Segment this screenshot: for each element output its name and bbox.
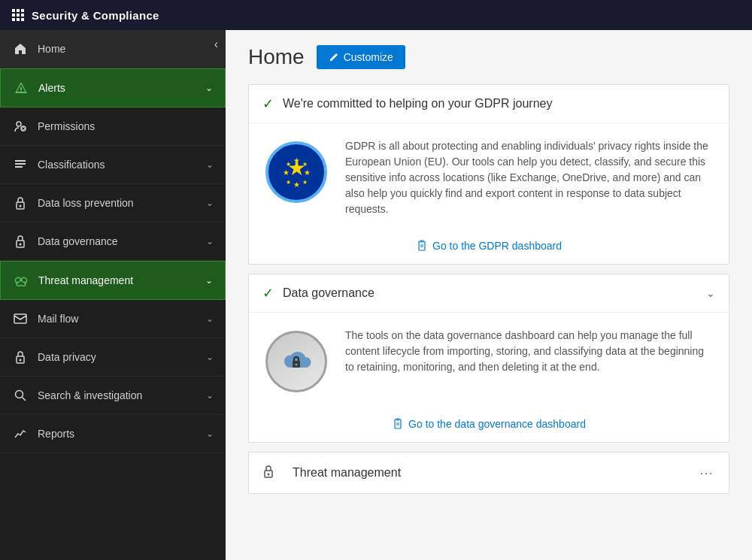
chevron-down-icon: ⌄	[205, 275, 213, 286]
data-governance-dashboard-link[interactable]: Go to the data governance dashboard	[392, 418, 586, 430]
customize-button[interactable]: Customize	[317, 45, 405, 69]
classifications-icon	[12, 156, 29, 173]
svg-text:★: ★	[283, 168, 290, 177]
chevron-down-icon: ⌄	[206, 159, 214, 170]
app-grid-icon	[12, 9, 24, 21]
chevron-down-icon: ⌄	[706, 287, 715, 299]
chevron-down-icon: ⌄	[206, 352, 214, 362]
svg-text:★: ★	[302, 179, 308, 186]
gdpr-card-header: ✓ We're committed to helping on your GDP…	[249, 85, 729, 123]
svg-point-15	[20, 279, 23, 282]
lock-icon	[12, 195, 29, 211]
eu-flag-icon-container: ★ ★ ★ ★ ★ ★ ★ ★ ★	[262, 138, 330, 206]
svg-rect-8	[15, 160, 26, 162]
search-icon	[12, 387, 29, 404]
gdpr-card-body: ★ ★ ★ ★ ★ ★ ★ ★ ★ GDPR is all about prot…	[249, 123, 729, 232]
svg-text:★: ★	[293, 180, 300, 189]
svg-rect-16	[14, 314, 26, 323]
svg-text:★: ★	[286, 179, 291, 186]
check-icon: ✓	[262, 285, 274, 301]
app-title: Security & Compliance	[32, 9, 159, 22]
sidebar-item-data-governance[interactable]: Data governance ⌄	[0, 222, 226, 261]
top-bar: Security & Compliance	[0, 0, 752, 30]
gdpr-card-footer: Go to the GDPR dashboard	[249, 232, 729, 264]
sidebar-item-home[interactable]: Home	[0, 30, 226, 68]
cloud-lock-icon	[265, 331, 327, 392]
sidebar-item-reports[interactable]: Reports ⌄	[0, 415, 226, 453]
threat-management-card-header: Threat management ⋯	[249, 453, 729, 493]
svg-rect-36	[395, 419, 401, 428]
svg-point-19	[16, 391, 23, 398]
sidebar-item-label: Reports	[38, 428, 206, 440]
permissions-icon	[12, 118, 29, 135]
eu-stars-svg: ★ ★ ★ ★ ★ ★ ★ ★ ★	[277, 153, 316, 192]
sidebar-item-alerts[interactable]: Alerts ⌄	[0, 68, 226, 107]
sidebar-item-label: Mail flow	[38, 313, 206, 325]
cloud-lock-svg	[277, 345, 315, 378]
cloud-icon-container	[262, 328, 330, 395]
svg-rect-1	[20, 91, 22, 92]
sidebar-item-label: Classifications	[38, 159, 206, 171]
chevron-down-icon: ⌄	[206, 236, 214, 247]
svg-rect-10	[15, 166, 23, 168]
lock-icon	[262, 465, 274, 481]
sidebar-item-data-privacy[interactable]: Data privacy ⌄	[0, 338, 226, 377]
data-governance-card-body: The tools on the data governance dashboa…	[249, 313, 729, 410]
threat-management-card: Threat management ⋯	[248, 452, 729, 494]
sidebar-item-label: Data privacy	[38, 351, 206, 363]
page-title: Home	[248, 45, 305, 69]
svg-rect-0	[20, 87, 22, 90]
gdpr-card-title: We're committed to helping on your GDPR …	[283, 97, 715, 110]
sidebar-item-label: Home	[38, 43, 214, 55]
data-governance-card-text: The tools on the data governance dashboa…	[345, 328, 715, 375]
eu-flag: ★ ★ ★ ★ ★ ★ ★ ★ ★	[265, 141, 327, 203]
sidebar-item-threat-management[interactable]: Threat management ⌄	[0, 261, 226, 300]
svg-text:★: ★	[293, 156, 300, 165]
gdpr-card: ✓ We're committed to helping on your GDP…	[248, 84, 729, 265]
edit-icon	[329, 52, 339, 62]
biohazard-icon	[13, 272, 29, 289]
sidebar-item-label: Search & investigation	[38, 389, 206, 401]
data-governance-card-header: ✓ Data governance ⌄	[249, 274, 729, 313]
gdpr-card-text: GDPR is all about protecting and enablin…	[345, 138, 715, 217]
data-privacy-lock-icon	[12, 349, 29, 365]
chevron-down-icon: ⌄	[206, 428, 214, 439]
chevron-down-icon: ⌄	[205, 83, 213, 93]
alert-icon	[13, 80, 29, 96]
svg-line-20	[23, 398, 26, 401]
home-icon	[12, 41, 29, 57]
mail-icon	[12, 310, 29, 327]
svg-rect-30	[419, 241, 425, 250]
more-options-icon[interactable]: ⋯	[699, 465, 715, 481]
sidebar-item-search-investigation[interactable]: Search & investigation ⌄	[0, 377, 226, 415]
data-governance-card-title: Data governance	[283, 286, 697, 300]
clipboard-icon	[416, 240, 428, 252]
data-governance-card: ✓ Data governance ⌄	[248, 274, 729, 443]
sidebar-item-label: Threat management	[38, 274, 205, 286]
sidebar-item-permissions[interactable]: Permissions	[0, 107, 226, 146]
threat-management-card-title: Threat management	[293, 466, 690, 480]
svg-point-35	[296, 364, 298, 366]
sidebar-collapse-button[interactable]: ‹	[214, 38, 218, 51]
content-area: Home Customize ✓ We're committed to help…	[226, 30, 752, 560]
svg-text:★: ★	[304, 168, 311, 177]
data-governance-lock-icon	[12, 233, 29, 250]
gdpr-dashboard-link[interactable]: Go to the GDPR dashboard	[416, 240, 562, 252]
chevron-down-icon: ⌄	[206, 390, 214, 401]
chevron-down-icon: ⌄	[206, 198, 214, 208]
svg-point-41	[268, 474, 270, 476]
main-layout: ‹ Home Alerts ⌄	[0, 30, 752, 560]
gdpr-link-text: Go to the GDPR dashboard	[432, 240, 562, 252]
sidebar-item-label: Permissions	[38, 120, 214, 132]
svg-rect-9	[15, 163, 26, 165]
reports-icon	[12, 425, 29, 442]
svg-text:★: ★	[302, 161, 308, 168]
sidebar-item-mail-flow[interactable]: Mail flow ⌄	[0, 300, 226, 338]
page-header: Home Customize	[248, 45, 729, 69]
chevron-down-icon: ⌄	[206, 313, 214, 324]
sidebar-item-data-loss-prevention[interactable]: Data loss prevention ⌄	[0, 184, 226, 222]
svg-point-12	[20, 205, 22, 207]
clipboard-icon	[392, 418, 404, 430]
sidebar-item-classifications[interactable]: Classifications ⌄	[0, 146, 226, 184]
sidebar-item-label: Data loss prevention	[38, 197, 206, 209]
